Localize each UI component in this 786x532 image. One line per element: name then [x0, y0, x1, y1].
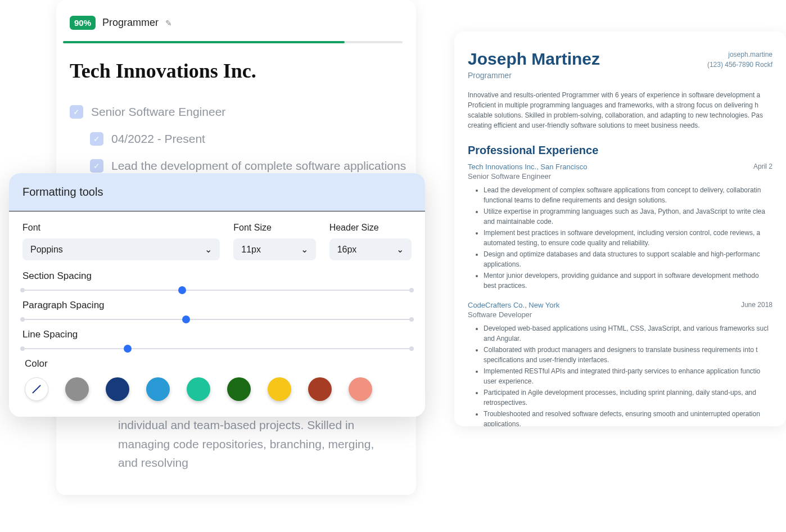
- slider-thumb[interactable]: [182, 315, 190, 323]
- color-swatch-none[interactable]: [25, 377, 48, 401]
- job-date: June 2018: [741, 301, 773, 309]
- chevron-down-icon: ⌄: [301, 244, 308, 255]
- checklist-text: 04/2022 - Present: [111, 132, 205, 146]
- job-bullet: Participated in Agile development proces…: [484, 387, 773, 408]
- job-bullets: Developed web-based applications using H…: [468, 323, 773, 426]
- color-swatch-salmon[interactable]: [349, 377, 372, 401]
- color-swatch-blue[interactable]: [146, 377, 170, 401]
- resume-preview: Joseph Martinez Programmer joseph.martin…: [454, 31, 786, 426]
- line-spacing-label: Line Spacing: [22, 329, 412, 340]
- role-label[interactable]: Programmer: [102, 17, 159, 29]
- section-spacing-label: Section Spacing: [22, 270, 412, 282]
- color-swatch-navy[interactable]: [106, 377, 129, 401]
- line-spacing-slider[interactable]: [22, 348, 412, 349]
- progress-bar: [63, 41, 403, 43]
- header-size-select[interactable]: 16px ⌄: [329, 238, 412, 260]
- checkbox-icon[interactable]: ✓: [90, 132, 103, 146]
- checklist-text: Lead the development of complete softwar…: [111, 159, 406, 173]
- header-size-value: 16px: [337, 245, 357, 255]
- checklist-item[interactable]: ✓04/2022 - Present: [56, 125, 416, 152]
- font-select[interactable]: Poppins ⌄: [22, 238, 220, 260]
- resume-name: Joseph Martinez: [468, 49, 600, 69]
- paragraph-spacing-slider[interactable]: [22, 319, 412, 320]
- job-bullet: Design and optimize databases and data s…: [484, 249, 773, 269]
- font-label: Font: [22, 223, 220, 233]
- job-company: CodeCrafters Co., New York: [468, 301, 559, 309]
- formatting-tools-panel: Formatting tools Font Poppins ⌄ Font Siz…: [9, 173, 425, 417]
- font-value: Poppins: [30, 245, 63, 255]
- job-block: Tech Innovations Inc., San FranciscoApri…: [468, 163, 773, 291]
- job-date: April 2: [753, 163, 773, 171]
- job-company: Tech Innovations Inc., San Francisco: [468, 163, 587, 171]
- color-swatch-brick[interactable]: [308, 377, 332, 401]
- edit-icon[interactable]: ✎: [165, 19, 172, 28]
- job-bullet: Implement best practices in software dev…: [484, 228, 773, 248]
- progress-fill: [63, 41, 345, 43]
- job-block: CodeCrafters Co., New YorkJune 2018Softw…: [468, 301, 773, 426]
- slider-thumb[interactable]: [124, 345, 132, 353]
- color-swatch-gray[interactable]: [65, 377, 89, 401]
- trailing-paragraph: individual and team-based projects. Skil…: [56, 416, 416, 472]
- job-bullet: Utilize expertise in programming languag…: [484, 206, 773, 227]
- font-size-select[interactable]: 11px ⌄: [233, 238, 315, 260]
- resume-role: Programmer: [468, 71, 600, 80]
- job-bullet: Collaborated with product managers and d…: [484, 345, 773, 365]
- section-spacing-slider[interactable]: [22, 290, 412, 291]
- color-label: Color: [25, 358, 412, 369]
- color-swatch-green[interactable]: [227, 377, 251, 401]
- job-bullet: Lead the development of complex software…: [484, 185, 773, 205]
- color-swatch-yellow[interactable]: [268, 377, 291, 401]
- paragraph-spacing-label: Paragraph Spacing: [22, 300, 412, 311]
- chevron-down-icon: ⌄: [205, 244, 212, 255]
- job-title: Senior Software Engineer: [468, 172, 773, 181]
- resume-summary: Innovative and results-oriented Programm…: [468, 90, 773, 130]
- resume-email: joseph.martine: [707, 49, 773, 60]
- formatting-title: Formatting tools: [9, 173, 425, 211]
- checkbox-icon[interactable]: ✓: [90, 159, 103, 173]
- editor-header: 90% Programmer ✎: [56, 0, 416, 34]
- resume-phone: (123) 456-7890 Rockf: [707, 60, 773, 70]
- font-size-label: Font Size: [233, 223, 315, 233]
- header-size-label: Header Size: [329, 223, 412, 233]
- job-bullets: Lead the development of complex software…: [468, 185, 773, 291]
- job-bullet: Mentor junior developers, providing guid…: [484, 270, 773, 291]
- color-swatch-teal[interactable]: [187, 377, 210, 401]
- job-bullet: Developed web-based applications using H…: [484, 323, 773, 344]
- company-title: Tech Innovations Inc.: [56, 59, 416, 83]
- resume-section-title: Professional Experience: [468, 144, 773, 157]
- checkbox-icon[interactable]: ✓: [70, 105, 83, 119]
- job-bullet: Implemented RESTful APIs and integrated …: [484, 366, 773, 386]
- checklist-text: Senior Software Engineer: [91, 105, 225, 119]
- completion-badge: 90%: [70, 16, 96, 30]
- color-swatch-row: [22, 377, 412, 401]
- resume-contact: joseph.martine (123) 456-7890 Rockf: [707, 49, 773, 70]
- job-bullet: Troubleshooted and resolved software def…: [484, 409, 773, 426]
- checklist-item[interactable]: ✓Senior Software Engineer: [56, 98, 416, 125]
- chevron-down-icon: ⌄: [396, 244, 404, 255]
- font-size-value: 11px: [241, 245, 261, 255]
- slider-thumb[interactable]: [178, 286, 186, 294]
- job-title: Software Developer: [468, 310, 773, 319]
